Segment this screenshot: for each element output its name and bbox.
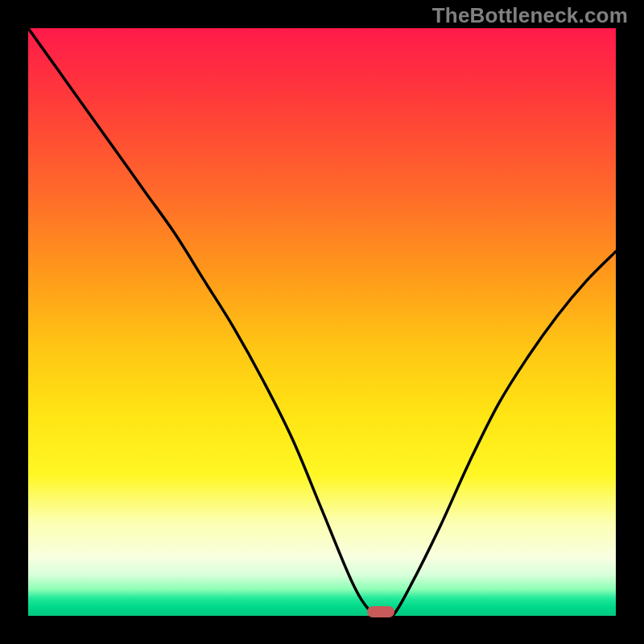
plot-area — [28, 28, 616, 616]
curve-svg — [28, 28, 616, 616]
outer-frame: TheBottleneck.com — [0, 0, 644, 644]
optimal-marker — [367, 606, 394, 617]
watermark-text: TheBottleneck.com — [432, 3, 628, 28]
bottleneck-curve — [28, 28, 616, 616]
